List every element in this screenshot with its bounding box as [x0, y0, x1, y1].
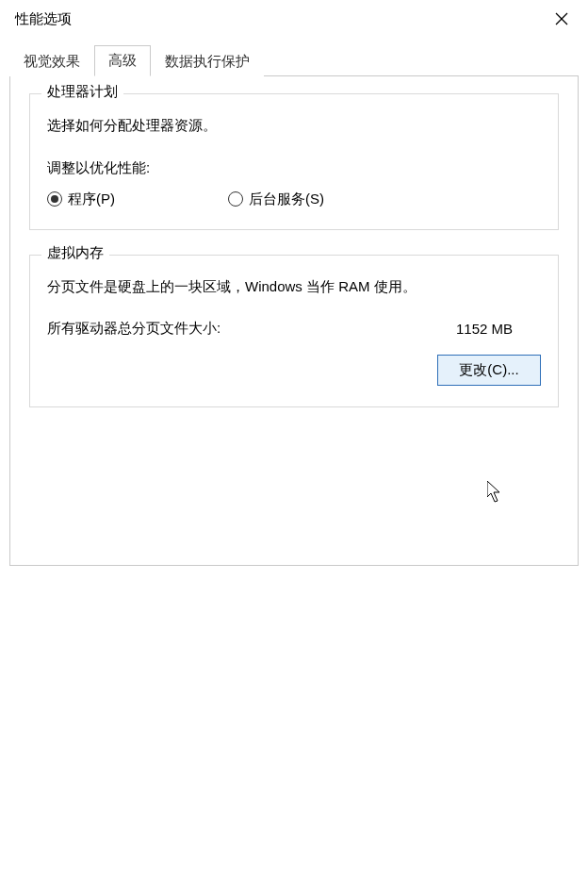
vm-total-label: 所有驱动器总分页文件大小: — [47, 320, 220, 338]
radio-programs[interactable]: 程序(P) — [47, 191, 115, 208]
content-area: 视觉效果 高级 数据执行保护 处理器计划 选择如何分配处理器资源。 调整以优化性… — [0, 38, 588, 575]
vm-total-row: 所有驱动器总分页文件大小: 1152 MB — [47, 320, 541, 338]
radio-background-label: 后台服务(S) — [249, 191, 324, 208]
group-virtual-memory: 虚拟内存 分页文件是硬盘上的一块区域，Windows 当作 RAM 使用。 所有… — [29, 255, 559, 408]
adjust-label: 调整以优化性能: — [47, 159, 541, 177]
processor-description: 选择如何分配处理器资源。 — [47, 115, 541, 137]
close-button[interactable] — [547, 4, 577, 34]
radio-row: 程序(P) 后台服务(S) — [47, 191, 541, 208]
vm-total-value: 1152 MB — [456, 321, 541, 337]
radio-circle-icon — [228, 191, 243, 207]
radio-background-services[interactable]: 后台服务(S) — [228, 191, 324, 208]
close-icon — [555, 12, 568, 25]
group-processor-scheduling: 处理器计划 选择如何分配处理器资源。 调整以优化性能: 程序(P) 后台服务(S… — [29, 93, 559, 230]
vm-description: 分页文件是硬盘上的一块区域，Windows 当作 RAM 使用。 — [47, 276, 541, 298]
tabpanel-advanced: 处理器计划 选择如何分配处理器资源。 调整以优化性能: 程序(P) 后台服务(S… — [9, 75, 579, 566]
change-button[interactable]: 更改(C)... — [437, 355, 541, 386]
group-legend-vm: 虚拟内存 — [41, 244, 109, 262]
tab-advanced[interactable]: 高级 — [94, 45, 151, 76]
tab-dep[interactable]: 数据执行保护 — [151, 46, 264, 76]
titlebar: 性能选项 — [0, 0, 588, 38]
window-title: 性能选项 — [15, 10, 72, 28]
vm-button-row: 更改(C)... — [47, 355, 541, 386]
radio-circle-icon — [47, 191, 62, 207]
tab-visual-effects[interactable]: 视觉效果 — [9, 46, 94, 76]
group-legend-processor: 处理器计划 — [41, 83, 123, 101]
tabstrip: 视觉效果 高级 数据执行保护 — [9, 45, 579, 76]
radio-programs-label: 程序(P) — [68, 191, 115, 208]
